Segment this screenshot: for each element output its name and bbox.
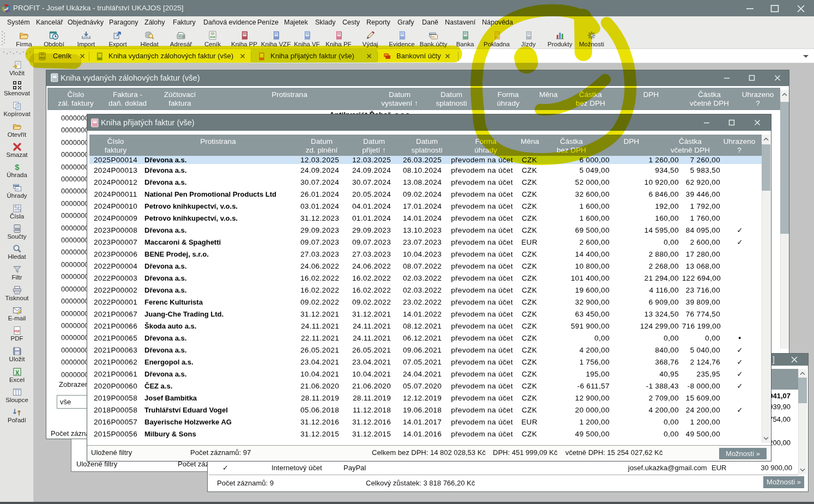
svg-text:$: $: [15, 162, 20, 172]
svg-text:010: 010: [210, 35, 215, 39]
svg-text:010: 010: [40, 56, 45, 59]
svg-text:3: 3: [19, 210, 20, 212]
svg-text:X: X: [15, 370, 19, 376]
svg-text:PDF: PDF: [14, 330, 20, 333]
svg-text:1: 1: [15, 205, 16, 208]
svg-text:2: 2: [17, 208, 18, 210]
